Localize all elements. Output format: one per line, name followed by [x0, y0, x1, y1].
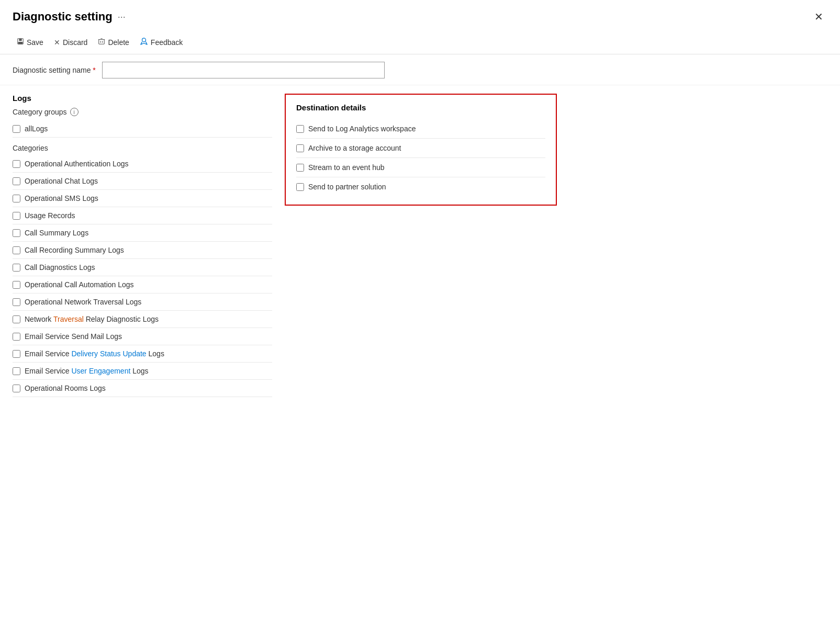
category-checkbox-6[interactable]: [13, 264, 20, 272]
category-row: Operational Network Traversal Logs: [13, 293, 272, 311]
save-icon: [17, 38, 24, 47]
logs-section-title: Logs: [13, 94, 272, 103]
category-row: Usage Records: [13, 207, 272, 224]
feedback-button[interactable]: Feedback: [136, 36, 187, 49]
category-checkbox-7[interactable]: [13, 281, 20, 289]
category-label-3: Usage Records: [25, 211, 75, 220]
destination-row-1: Archive to a storage account: [296, 139, 545, 158]
info-icon: i: [70, 108, 79, 116]
all-logs-label: allLogs: [25, 125, 48, 133]
category-label-13: Operational Rooms Logs: [25, 384, 106, 392]
category-label-12: Email Service User Engagement Logs: [25, 367, 149, 375]
svg-point-8: [142, 38, 145, 42]
category-row: Call Summary Logs: [13, 224, 272, 242]
category-row: Email Service Delivery Status Update Log…: [13, 345, 272, 363]
category-checkbox-13[interactable]: [13, 385, 20, 392]
category-groups-header: Category groups i: [13, 108, 272, 116]
category-checkbox-10[interactable]: [13, 333, 20, 341]
feedback-label: Feedback: [151, 38, 183, 47]
destination-panel: Destination details Send to Log Analytic…: [285, 85, 827, 397]
categories-title: Categories: [13, 144, 272, 152]
category-checkbox-12[interactable]: [13, 367, 20, 375]
category-label-9: Network Traversal Relay Diagnostic Logs: [25, 315, 159, 323]
category-checkbox-4[interactable]: [13, 229, 20, 237]
main-content: Logs Category groups i allLogs Categorie…: [0, 85, 840, 397]
destination-checkbox-2[interactable]: [296, 164, 304, 172]
category-checkbox-9[interactable]: [13, 315, 20, 323]
required-indicator: *: [93, 66, 95, 74]
header-left: Diagnostic setting ···: [13, 10, 126, 24]
category-label-10: Email Service Send Mail Logs: [25, 332, 122, 341]
discard-label: Discard: [63, 38, 87, 47]
destination-checkbox-1[interactable]: [296, 144, 304, 152]
logs-panel: Logs Category groups i allLogs Categorie…: [13, 85, 285, 397]
category-checkbox-11[interactable]: [13, 350, 20, 358]
categories-section: Categories Operational Authentication Lo…: [13, 144, 272, 397]
destination-options: Send to Log Analytics workspaceArchive t…: [296, 119, 545, 196]
destination-label-3: Send to partner solution: [308, 183, 386, 191]
destination-checkbox-0[interactable]: [296, 125, 304, 133]
category-groups-label: Category groups: [13, 108, 67, 116]
category-label-0: Operational Authentication Logs: [25, 160, 128, 168]
category-label-7: Operational Call Automation Logs: [25, 280, 134, 289]
discard-icon: ✕: [54, 38, 60, 47]
category-row: Email Service User Engagement Logs: [13, 363, 272, 380]
category-checkbox-8[interactable]: [13, 298, 20, 306]
close-button[interactable]: ✕: [810, 8, 827, 25]
delete-label: Delete: [108, 38, 129, 47]
delete-button[interactable]: Delete: [94, 36, 133, 49]
category-label-1: Operational Chat Logs: [25, 177, 98, 185]
category-row: Call Diagnostics Logs: [13, 259, 272, 276]
toolbar: Save ✕ Discard Delete: [0, 31, 840, 54]
category-row: Email Service Send Mail Logs: [13, 328, 272, 345]
category-row: Operational Call Automation Logs: [13, 276, 272, 293]
header: Diagnostic setting ··· ✕: [0, 0, 840, 31]
destination-row-3: Send to partner solution: [296, 177, 545, 196]
category-label-11: Email Service Delivery Status Update Log…: [25, 349, 164, 358]
destination-title: Destination details: [296, 103, 545, 112]
category-label-6: Call Diagnostics Logs: [25, 263, 95, 272]
destination-label-2: Stream to an event hub: [308, 163, 385, 172]
destination-box: Destination details Send to Log Analytic…: [285, 94, 557, 206]
all-logs-checkbox[interactable]: [13, 125, 20, 133]
category-row: Operational SMS Logs: [13, 190, 272, 207]
category-row: Network Traversal Relay Diagnostic Logs: [13, 311, 272, 328]
destination-label-0: Send to Log Analytics workspace: [308, 125, 416, 133]
svg-rect-1: [19, 39, 21, 41]
setting-name-label: Diagnostic setting name *: [13, 66, 96, 74]
category-checkbox-0[interactable]: [13, 160, 20, 168]
svg-rect-3: [99, 40, 105, 44]
page-title: Diagnostic setting: [13, 10, 113, 24]
category-row: Operational Authentication Logs: [13, 155, 272, 173]
page-container: Diagnostic setting ··· ✕ Save ✕ Discard: [0, 0, 840, 621]
more-options-icon[interactable]: ···: [118, 12, 126, 22]
setting-name-input[interactable]: [102, 62, 385, 78]
category-checkbox-5[interactable]: [13, 246, 20, 254]
all-logs-row: allLogs: [13, 120, 272, 138]
delete-icon: [98, 38, 105, 47]
category-checkbox-2[interactable]: [13, 195, 20, 202]
destination-row-0: Send to Log Analytics workspace: [296, 119, 545, 139]
category-label-5: Call Recording Summary Logs: [25, 246, 124, 254]
category-row: Operational Rooms Logs: [13, 380, 272, 397]
category-row: Call Recording Summary Logs: [13, 242, 272, 259]
category-label-2: Operational SMS Logs: [25, 194, 98, 202]
category-checkbox-1[interactable]: [13, 177, 20, 185]
save-label: Save: [27, 38, 43, 47]
category-label-4: Call Summary Logs: [25, 229, 88, 237]
svg-rect-2: [18, 42, 23, 44]
discard-button[interactable]: ✕ Discard: [50, 36, 92, 49]
feedback-icon: [140, 38, 148, 47]
category-row: Operational Chat Logs: [13, 173, 272, 190]
save-button[interactable]: Save: [13, 36, 48, 49]
destination-checkbox-3[interactable]: [296, 183, 304, 191]
category-checkbox-3[interactable]: [13, 212, 20, 220]
category-label-8: Operational Network Traversal Logs: [25, 298, 141, 306]
categories-list: Operational Authentication LogsOperation…: [13, 155, 272, 397]
setting-name-row: Diagnostic setting name *: [0, 54, 840, 85]
destination-label-1: Archive to a storage account: [308, 144, 401, 152]
destination-row-2: Stream to an event hub: [296, 158, 545, 177]
